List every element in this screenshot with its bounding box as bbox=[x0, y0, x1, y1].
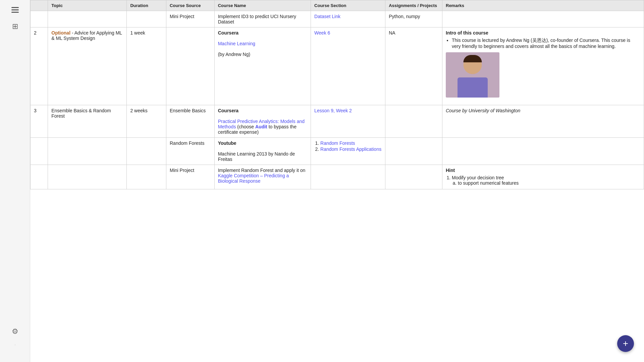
remarks-bullet-2: · bbox=[452, 100, 640, 102]
course-audit-text: (choose bbox=[237, 124, 255, 129]
toolbar-menu-icon[interactable] bbox=[8, 3, 22, 17]
curriculum-table: Topic Duration Course Source Course Name… bbox=[30, 0, 644, 189]
col-header-section: Course Section bbox=[311, 0, 385, 11]
youtube-label: Youtube bbox=[218, 140, 236, 146]
toolbar-app-icon[interactable]: ⊞ bbox=[12, 22, 18, 31]
cell-name: Implement ID3 to predict UCI Nursery Dat… bbox=[214, 11, 311, 27]
toolbar-divider bbox=[15, 345, 15, 345]
cell-duration: 1 week bbox=[127, 27, 166, 105]
cell-duration bbox=[127, 165, 166, 189]
course-university: Course by University of Washington bbox=[446, 108, 520, 113]
remarks-title: Intro of this course bbox=[446, 30, 488, 36]
cell-section: Dataset Link bbox=[311, 11, 385, 27]
fab-add-button[interactable]: + bbox=[617, 335, 634, 352]
svg-rect-0 bbox=[11, 7, 19, 8]
cell-name: Youtube Machine Learning 2013 by Nando d… bbox=[214, 138, 311, 165]
cell-name: Implement Random Forest and apply it on … bbox=[214, 165, 311, 189]
cell-topic: Ensemble Basics & Random Forest bbox=[48, 105, 127, 138]
cell-section: Random Forests Random Forests Applicatio… bbox=[311, 138, 385, 165]
random-forests-link-2[interactable]: Random Forests Applications bbox=[320, 146, 381, 152]
cell-assignments: Python, numpy bbox=[385, 11, 442, 27]
cell-source: Mini Project bbox=[166, 11, 214, 27]
col-header-duration: Duration bbox=[127, 0, 166, 11]
course-author: (by Andrew Ng) bbox=[218, 52, 250, 57]
course-platform: Coursera bbox=[218, 30, 238, 36]
cell-section: Week 6 bbox=[311, 27, 385, 105]
cell-remarks: Course by University of Washington bbox=[442, 105, 644, 138]
cell-topic bbox=[48, 138, 127, 165]
left-toolbar: ⊞ ⚙ bbox=[0, 0, 30, 362]
cell-topic bbox=[48, 11, 127, 27]
cell-source: Ensemble Basics bbox=[166, 105, 214, 138]
week6-link[interactable]: Week 6 bbox=[314, 30, 330, 36]
cell-num bbox=[31, 11, 48, 27]
col-header-num bbox=[31, 0, 48, 11]
kaggle-link[interactable]: Kaggle Competition – Predicting a Biolog… bbox=[218, 173, 289, 184]
cell-assignments: NA bbox=[385, 27, 442, 105]
table-row: Mini Project Implement ID3 to predict UC… bbox=[31, 11, 644, 27]
table-row: Random Forests Youtube Machine Learning … bbox=[31, 138, 644, 165]
col-header-source: Course Source bbox=[166, 0, 214, 11]
toolbar-settings-icon[interactable]: ⚙ bbox=[12, 327, 18, 336]
cell-section bbox=[311, 165, 385, 189]
content-area: Topic Duration Course Source Course Name… bbox=[30, 0, 644, 362]
cell-source: Mini Project bbox=[166, 165, 214, 189]
remarks-bullet: This course is lectured by Andrew Ng (吴恩… bbox=[452, 38, 640, 49]
svg-rect-2 bbox=[11, 12, 19, 13]
andrew-ng-image bbox=[446, 52, 499, 98]
cell-num: 2 bbox=[31, 27, 48, 105]
cell-num bbox=[31, 138, 48, 165]
cell-num: 3 bbox=[31, 105, 48, 138]
col-header-assignments: Assignments / Projects bbox=[385, 0, 442, 11]
cell-assignments bbox=[385, 138, 442, 165]
cell-source: Random Forests bbox=[166, 138, 214, 165]
hint-sub-item-1a: to support numerical features bbox=[458, 180, 640, 186]
course-link-ml[interactable]: Machine Learning bbox=[218, 41, 255, 46]
cell-name: Coursera Machine Learning (by Andrew Ng) bbox=[214, 27, 311, 105]
svg-rect-1 bbox=[11, 9, 19, 10]
col-header-remarks: Remarks bbox=[442, 0, 644, 11]
dataset-link[interactable]: Dataset Link bbox=[314, 14, 340, 19]
youtube-course-name: Machine Learning 2013 by Nando de Freita… bbox=[218, 151, 295, 162]
cell-assignments bbox=[385, 105, 442, 138]
cell-remarks bbox=[442, 11, 644, 27]
col-header-name: Course Name bbox=[214, 0, 311, 11]
cell-section: Lesson 9, Week 2 bbox=[311, 105, 385, 138]
cell-remarks: Hint Modify your decision tree to suppor… bbox=[442, 165, 644, 189]
table-row: 3 Ensemble Basics & Random Forest 2 week… bbox=[31, 105, 644, 138]
cell-name: Coursera Practical Predictive Analytics:… bbox=[214, 105, 311, 138]
cell-topic: Optional - Advice for Applying ML & ML S… bbox=[48, 27, 127, 105]
cell-assignments bbox=[385, 165, 442, 189]
audit-link[interactable]: Audit bbox=[255, 124, 267, 129]
cell-source bbox=[166, 27, 214, 105]
table-row: Mini Project Implement Random Forest and… bbox=[31, 165, 644, 189]
cell-remarks: Intro of this course This course is lect… bbox=[442, 27, 644, 105]
cell-duration bbox=[127, 138, 166, 165]
cell-duration: 2 weeks bbox=[127, 105, 166, 138]
cell-num bbox=[31, 165, 48, 189]
cell-remarks bbox=[442, 138, 644, 165]
lesson9-link[interactable]: Lesson 9, Week 2 bbox=[314, 108, 352, 113]
course-platform-coursera: Coursera bbox=[218, 108, 238, 113]
cell-duration bbox=[127, 11, 166, 27]
random-forests-link-1[interactable]: Random Forests bbox=[320, 140, 355, 146]
hint-title: Hint bbox=[446, 168, 455, 173]
hint-item-1: Modify your decision tree to support num… bbox=[452, 175, 640, 186]
cell-topic bbox=[48, 165, 127, 189]
table-row: 2 Optional - Advice for Applying ML & ML… bbox=[31, 27, 644, 105]
col-header-topic: Topic bbox=[48, 0, 127, 11]
optional-label: Optional bbox=[51, 30, 70, 36]
